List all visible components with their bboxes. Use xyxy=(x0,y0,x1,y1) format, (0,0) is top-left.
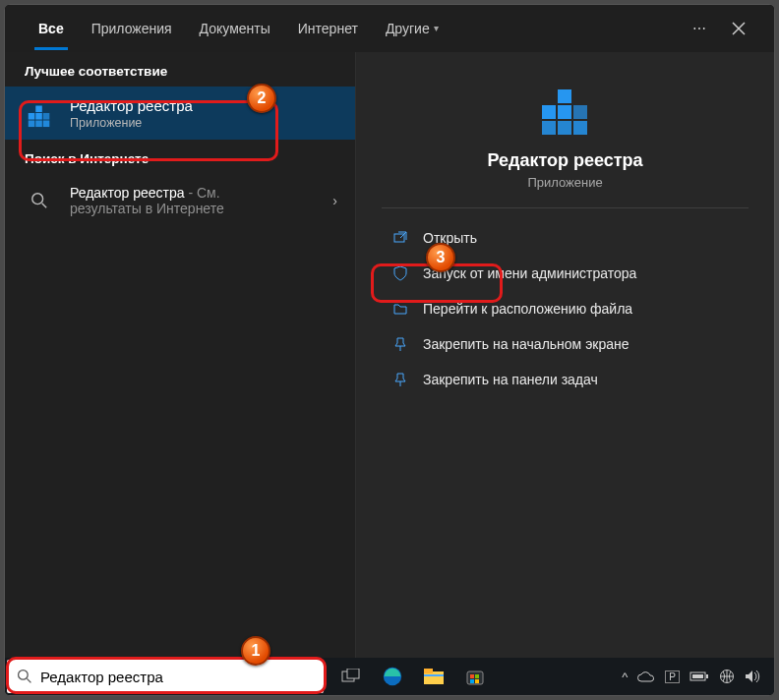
shield-icon xyxy=(391,265,409,281)
svg-rect-11 xyxy=(558,89,571,103)
tab-documents[interactable]: Документы xyxy=(186,7,284,50)
open-icon xyxy=(391,230,409,246)
language-indicator[interactable]: Р xyxy=(665,671,680,683)
svg-rect-20 xyxy=(347,669,359,678)
best-match-result[interactable]: Редактор реестра Приложение xyxy=(5,87,355,140)
folder-icon xyxy=(391,301,409,317)
svg-rect-6 xyxy=(43,113,50,120)
action-file-location[interactable]: Перейти к расположению файла xyxy=(382,293,749,324)
action-run-as-admin[interactable]: Запуск от имени администратора xyxy=(382,258,749,289)
taskbar-search-box[interactable] xyxy=(7,660,324,693)
svg-rect-23 xyxy=(424,669,433,673)
search-icon xyxy=(17,669,32,684)
svg-point-7 xyxy=(32,194,43,204)
tab-all[interactable]: Все xyxy=(25,7,78,50)
svg-rect-26 xyxy=(470,674,474,678)
svg-rect-10 xyxy=(558,105,571,119)
svg-rect-2 xyxy=(35,106,42,113)
start-search-window: Все Приложения Документы Интернет Другие… xyxy=(5,5,774,658)
action-pin-start[interactable]: Закрепить на начальном экране xyxy=(382,328,749,360)
chevron-right-icon: › xyxy=(332,193,337,208)
result-title: Редактор реестра xyxy=(70,97,337,114)
svg-rect-13 xyxy=(558,121,571,135)
svg-rect-4 xyxy=(35,121,42,128)
svg-point-17 xyxy=(19,671,29,680)
search-icon xyxy=(23,184,56,217)
preview-actions: Открыть Запуск от имени администратора П… xyxy=(382,208,749,395)
tab-apps[interactable]: Приложения xyxy=(78,7,186,50)
taskbar: ^ Р xyxy=(5,658,774,695)
result-subtitle: Приложение xyxy=(70,116,337,130)
system-tray[interactable]: ^ Р xyxy=(608,669,774,684)
pin-icon xyxy=(391,336,409,352)
tab-other[interactable]: Другие ▾ xyxy=(372,7,452,50)
tab-web[interactable]: Интернет xyxy=(284,7,372,50)
svg-rect-3 xyxy=(29,121,35,128)
svg-rect-14 xyxy=(573,121,587,135)
taskbar-app-store[interactable] xyxy=(455,658,495,695)
svg-line-8 xyxy=(42,204,47,208)
regedit-icon xyxy=(23,96,56,130)
web-result-line2: результаты в Интернете xyxy=(70,201,319,216)
network-icon[interactable] xyxy=(719,669,735,684)
preview-panel: Редактор реестра Приложение Открыть xyxy=(355,52,774,658)
svg-rect-15 xyxy=(573,105,587,119)
battery-icon[interactable] xyxy=(689,671,709,682)
svg-rect-29 xyxy=(475,679,479,683)
preview-subtitle: Приложение xyxy=(527,175,602,190)
preview-title: Редактор реестра xyxy=(487,150,642,171)
svg-rect-31 xyxy=(706,674,708,678)
svg-rect-5 xyxy=(43,121,50,128)
taskbar-app-explorer[interactable] xyxy=(414,658,453,695)
svg-rect-24 xyxy=(424,674,444,676)
svg-rect-32 xyxy=(692,674,703,678)
action-pin-taskbar[interactable]: Закрепить на панели задач xyxy=(382,364,749,395)
more-options-button[interactable]: ⋯ xyxy=(680,9,719,48)
web-search-result[interactable]: Редактор реестра - См. результаты в Инте… xyxy=(5,174,355,227)
svg-rect-0 xyxy=(29,113,35,120)
action-open[interactable]: Открыть xyxy=(382,222,749,254)
section-web-search: Поиск в Интернете xyxy=(5,140,355,174)
search-input[interactable] xyxy=(40,669,314,685)
svg-rect-1 xyxy=(35,113,42,120)
close-button[interactable] xyxy=(719,9,758,48)
svg-rect-27 xyxy=(475,674,479,678)
chevron-down-icon: ▾ xyxy=(434,7,439,50)
regedit-icon xyxy=(534,74,597,137)
taskbar-app-edge[interactable] xyxy=(373,658,412,695)
search-filter-tabs: Все Приложения Документы Интернет Другие… xyxy=(5,5,774,52)
svg-rect-28 xyxy=(470,679,474,683)
results-panel: Лучшее соответствие Редактор реестра xyxy=(5,52,355,658)
svg-rect-12 xyxy=(542,121,556,135)
section-best-match: Лучшее соответствие xyxy=(5,52,355,87)
onedrive-icon[interactable] xyxy=(637,671,655,682)
svg-line-18 xyxy=(27,678,30,682)
tray-chevron-up-icon[interactable]: ^ xyxy=(622,670,628,684)
volume-icon[interactable] xyxy=(745,670,760,683)
svg-rect-9 xyxy=(542,105,556,119)
web-result-title: Редактор реестра xyxy=(70,185,185,201)
task-view-button[interactable] xyxy=(331,658,371,695)
pin-icon xyxy=(391,372,409,387)
